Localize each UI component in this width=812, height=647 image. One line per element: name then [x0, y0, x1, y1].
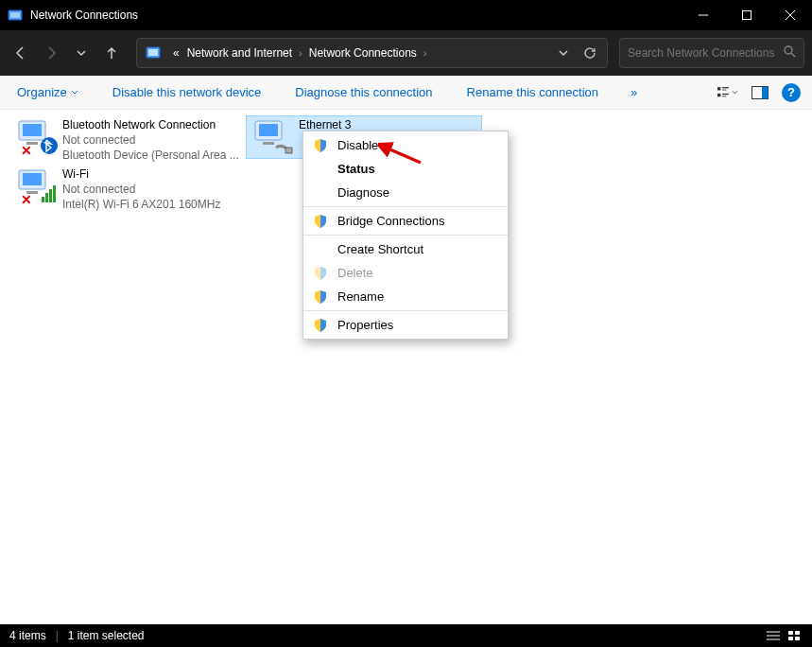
chevron-down-icon — [732, 89, 738, 96]
svg-rect-32 — [259, 124, 278, 136]
item-count: 4 items — [9, 629, 46, 642]
rename-button[interactable]: Rename this connection — [461, 81, 604, 103]
connection-name: Wi-Fi — [62, 166, 220, 182]
svg-text:✕: ✕ — [21, 143, 32, 157]
svg-rect-42 — [795, 637, 800, 640]
location-icon — [145, 44, 164, 61]
menu-properties[interactable]: Properties — [303, 313, 508, 337]
breadcrumb-item[interactable]: Network Connections — [305, 46, 421, 60]
chevron-right-icon[interactable]: › — [421, 47, 430, 59]
shield-icon — [313, 266, 328, 281]
address-dropdown[interactable] — [550, 40, 577, 66]
menu-bridge[interactable]: Bridge Connections — [303, 209, 508, 233]
svg-rect-27 — [45, 193, 48, 202]
close-button[interactable] — [769, 0, 812, 30]
menu-disable[interactable]: Disable — [303, 133, 508, 157]
app-icon — [8, 8, 23, 23]
search-box[interactable] — [619, 38, 804, 68]
svg-rect-34 — [285, 148, 292, 153]
chevron-right-icon[interactable]: › — [296, 47, 305, 59]
svg-rect-39 — [788, 631, 793, 635]
refresh-button[interactable] — [577, 40, 603, 66]
svg-point-8 — [785, 46, 792, 54]
svg-rect-12 — [722, 89, 726, 90]
menu-label: Delete — [337, 266, 373, 280]
maximize-button[interactable] — [725, 0, 769, 30]
navbar: « Network and Internet › Network Connect… — [0, 30, 812, 76]
diagnose-button[interactable]: Diagnose this connection — [289, 81, 438, 103]
help-button[interactable]: ? — [782, 83, 801, 102]
svg-rect-7 — [148, 49, 158, 56]
menu-label: Diagnose — [337, 185, 389, 200]
menu-label: Create Shortcut — [337, 242, 423, 256]
svg-text:✕: ✕ — [21, 192, 32, 206]
svg-rect-15 — [722, 96, 726, 96]
svg-rect-24 — [23, 173, 42, 185]
svg-rect-29 — [53, 185, 56, 202]
preview-pane-button[interactable] — [750, 82, 770, 103]
svg-rect-19 — [23, 124, 42, 136]
menu-separator — [303, 235, 508, 236]
menu-label: Disable — [337, 138, 378, 152]
recent-dropdown[interactable] — [68, 40, 95, 66]
shield-icon — [313, 318, 328, 333]
connection-name: Bluetooth Network Connection — [62, 117, 239, 132]
connection-status: Not connected — [62, 182, 220, 197]
separator: | — [56, 629, 59, 642]
svg-rect-11 — [722, 87, 729, 88]
details-view-button[interactable] — [765, 627, 782, 644]
shield-icon — [313, 214, 328, 229]
menu-rename[interactable]: Rename — [303, 285, 508, 308]
breadcrumb-item[interactable]: Network and Internet — [183, 46, 296, 60]
svg-rect-1 — [10, 12, 20, 18]
selected-count: 1 item selected — [68, 629, 145, 642]
menu-status[interactable]: Status — [303, 157, 508, 181]
titlebar: Network Connections — [0, 0, 812, 30]
svg-rect-28 — [49, 189, 52, 202]
ethernet-adapter-icon — [250, 117, 295, 157]
connection-item-bluetooth[interactable]: ✕ Bluetooth Network Connection Not conne… — [9, 115, 246, 165]
shield-icon — [313, 289, 328, 305]
chevron-down-icon — [71, 89, 78, 96]
connection-status: Not connected — [62, 132, 239, 148]
menu-label: Bridge Connections — [337, 214, 444, 228]
menu-create-shortcut[interactable]: Create Shortcut — [303, 237, 508, 261]
forward-button[interactable] — [38, 40, 64, 66]
connection-device: Bluetooth Device (Personal Area ... — [62, 148, 239, 163]
view-options-button[interactable] — [717, 82, 738, 103]
search-icon — [783, 44, 796, 61]
back-button[interactable] — [8, 40, 34, 66]
svg-rect-10 — [717, 87, 720, 90]
large-icons-view-button[interactable] — [786, 627, 803, 644]
context-menu: Disable Status Diagnose Bridge Connectio… — [302, 131, 509, 340]
breadcrumb-prefix: « — [169, 46, 183, 60]
search-input[interactable] — [628, 46, 783, 60]
bluetooth-adapter-icon: ✕ — [13, 117, 59, 157]
minimize-button[interactable] — [682, 0, 725, 30]
svg-rect-41 — [788, 637, 793, 640]
organize-button[interactable]: Organize — [11, 81, 84, 103]
shield-icon — [313, 138, 328, 153]
menu-diagnose[interactable]: Diagnose — [303, 181, 508, 204]
more-commands-button[interactable]: » — [627, 81, 641, 103]
window-title: Network Connections — [30, 9, 682, 22]
disable-device-button[interactable]: Disable this network device — [107, 81, 268, 103]
organize-label: Organize — [17, 85, 67, 99]
menu-label: Properties — [337, 318, 393, 332]
command-bar: Organize Disable this network device Dia… — [0, 76, 812, 110]
svg-line-9 — [791, 53, 795, 57]
connection-item-wifi[interactable]: ✕ Wi-Fi Not connected Intel(R) Wi-Fi 6 A… — [9, 165, 246, 214]
wifi-adapter-icon: ✕ — [13, 166, 59, 206]
menu-label: Status — [337, 162, 375, 176]
svg-rect-17 — [762, 86, 769, 98]
connection-device: Intel(R) Wi-Fi 6 AX201 160MHz — [62, 197, 220, 212]
svg-rect-33 — [263, 142, 274, 145]
menu-separator — [303, 206, 508, 207]
up-button[interactable] — [98, 40, 125, 66]
menu-delete: Delete — [303, 261, 508, 285]
address-bar[interactable]: « Network and Internet › Network Connect… — [136, 38, 608, 68]
svg-rect-3 — [743, 11, 752, 20]
status-bar: 4 items | 1 item selected — [0, 624, 812, 647]
menu-label: Rename — [337, 289, 384, 304]
svg-rect-13 — [717, 93, 720, 96]
